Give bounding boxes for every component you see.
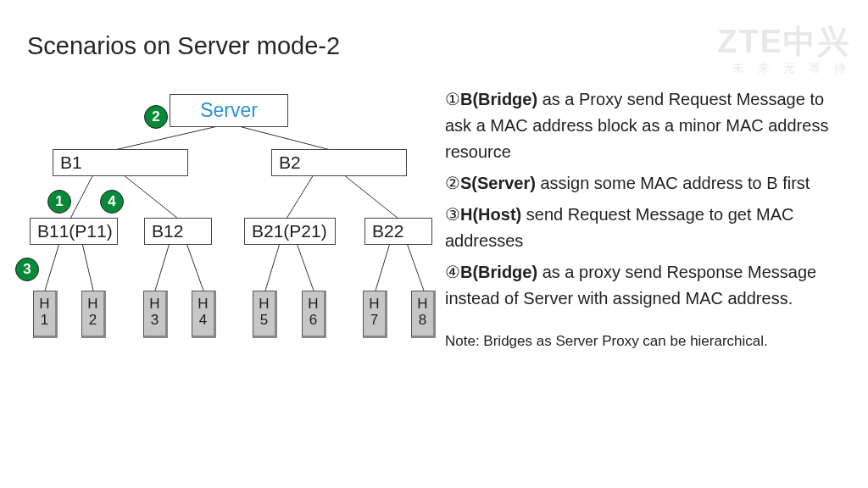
bridge-b11: B11(P11)	[30, 218, 118, 245]
bridge-b22: B22	[364, 218, 432, 245]
svg-line-9	[186, 243, 203, 291]
connector-lines	[17, 92, 449, 405]
host-h8: H8	[411, 291, 436, 338]
logo-tagline: 未 来 无 等 待	[717, 61, 851, 76]
step-3: ③H(Host) send Request Message to get MAC…	[445, 202, 852, 254]
svg-line-0	[114, 124, 229, 150]
step-badge-1: 1	[47, 190, 71, 214]
bridge-b2: B2	[271, 149, 407, 176]
footnote: Note: Bridges as Server Proxy can be hie…	[445, 330, 852, 352]
step-badge-3: 3	[15, 258, 39, 281]
host-h5: H5	[253, 291, 277, 338]
svg-line-3	[123, 175, 178, 219]
svg-line-1	[229, 124, 331, 150]
logo-main: ZTE中兴	[717, 25, 851, 58]
step-1: ①B(Bridge) as a Proxy send Request Messa…	[445, 86, 852, 165]
step-badge-2: 2	[144, 105, 168, 129]
svg-line-2	[70, 175, 93, 219]
host-h1: H1	[33, 291, 58, 338]
server-node: Server	[170, 94, 288, 127]
bridge-b12: B12	[144, 218, 212, 245]
host-h3: H3	[143, 291, 168, 338]
step-2: ②S(Server) assign some MAC address to B …	[445, 170, 852, 197]
svg-line-12	[376, 243, 390, 291]
svg-line-8	[155, 243, 170, 291]
bridge-b21: B21(P21)	[244, 218, 336, 245]
svg-line-7	[82, 243, 93, 291]
host-h6: H6	[302, 291, 326, 338]
svg-line-13	[407, 243, 424, 291]
bridge-b1: B1	[53, 149, 188, 176]
svg-line-5	[343, 175, 398, 219]
svg-line-4	[287, 175, 314, 219]
zte-logo: ZTE中兴 未 来 无 等 待	[717, 25, 851, 76]
topology-diagram: Server B1 B2 B11(P11) B12 B21(P21) B22 H…	[17, 92, 449, 405]
host-h4: H4	[192, 291, 216, 338]
host-h7: H7	[363, 291, 387, 338]
svg-line-11	[297, 243, 314, 291]
svg-line-10	[265, 243, 280, 291]
page-title: Scenarios on Server mode-2	[27, 32, 340, 60]
step-badge-4: 4	[100, 190, 124, 214]
host-h2: H2	[81, 291, 106, 338]
step-4: ④B(Bridge) as a proxy send Response Mess…	[445, 259, 852, 312]
explanation-text: ①B(Bridge) as a Proxy send Request Messa…	[445, 86, 852, 358]
svg-line-6	[45, 243, 59, 291]
